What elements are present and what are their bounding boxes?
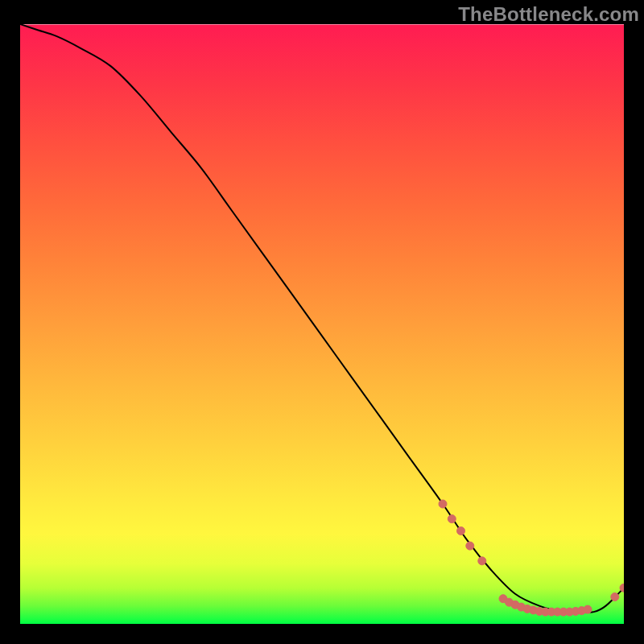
- gpu-marker: [466, 542, 474, 550]
- bottleneck-curve: [20, 24, 624, 613]
- plot-area: [20, 24, 624, 624]
- gpu-marker: [584, 605, 592, 613]
- marker-group: [439, 500, 624, 616]
- watermark-text: TheBottleneck.com: [458, 3, 639, 26]
- gpu-marker: [457, 527, 465, 535]
- gpu-marker: [478, 557, 486, 565]
- plot-svg: [20, 24, 624, 624]
- gpu-marker: [611, 593, 619, 601]
- gpu-marker: [439, 500, 447, 508]
- chart-root: TheBottleneck.com: [0, 0, 644, 644]
- gpu-marker: [448, 515, 456, 523]
